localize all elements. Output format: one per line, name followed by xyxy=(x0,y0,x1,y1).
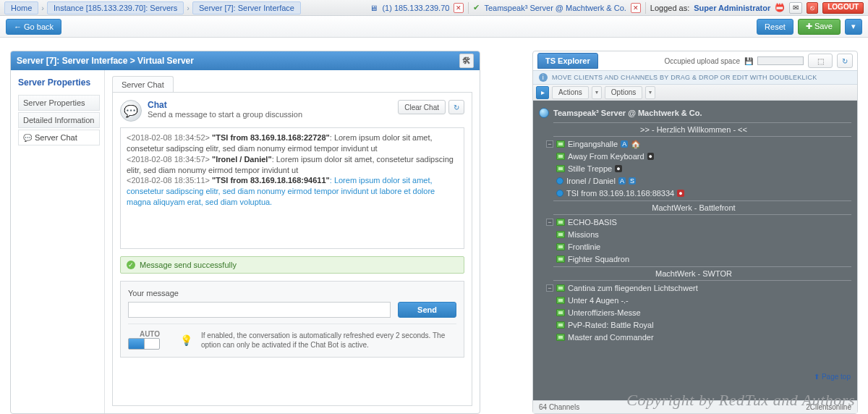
disk-icon: 💾 xyxy=(744,57,753,65)
idcard-icon: 📛 xyxy=(775,3,785,12)
logout-button[interactable]: LOGOUT xyxy=(822,2,864,14)
chevron-right-icon: › xyxy=(185,1,191,14)
actions-chevron-icon[interactable]: ▾ xyxy=(592,86,602,99)
clients-online: 2Clientsonline xyxy=(806,403,851,411)
tree-root-label: Teamspeak³ Server @ Machtwerk & Co. xyxy=(553,109,702,117)
collapse-icon[interactable]: − xyxy=(546,140,553,148)
options-dropdown[interactable]: Options xyxy=(605,86,642,99)
tree-channel-master[interactable]: Master and Commander xyxy=(556,331,851,343)
tree-channel-cantina[interactable]: − Cantina zum fliegenden Lichtschwert xyxy=(546,282,851,294)
clear-chat-button[interactable]: Clear Chat xyxy=(398,100,446,114)
upload-progress xyxy=(757,56,804,65)
collapse-icon[interactable]: − xyxy=(546,284,553,292)
up-arrow-icon: ⬆ xyxy=(814,373,820,381)
chat-ts: <2018-02-08 18:35:11> xyxy=(127,176,210,185)
actions-dropdown[interactable]: Actions xyxy=(552,86,589,99)
chat-who: "Ironel / Daniel" xyxy=(212,155,272,164)
tree-channel-afk[interactable]: Away From Keyboard ● xyxy=(556,151,851,162)
options-chevron-icon[interactable]: ▾ xyxy=(645,86,655,99)
tree-channel-frontlinie[interactable]: Frontlinie xyxy=(556,241,851,253)
server-icon: 🖥 xyxy=(370,4,378,12)
channel-icon xyxy=(556,219,565,226)
tabbar: Server Chat xyxy=(112,76,472,93)
channel-icon xyxy=(556,231,565,238)
toolbar: ← Go back Reset ✚ Save ▾ xyxy=(0,16,868,38)
badge-mod: ● xyxy=(615,165,621,172)
tree-client-ironel[interactable]: Ironel / Daniel A S xyxy=(556,175,851,187)
mail-button[interactable]: ✉ xyxy=(789,2,802,14)
tree-root[interactable]: Teamspeak³ Server @ Machtwerk & Co. xyxy=(539,108,851,118)
channel-icon xyxy=(556,140,565,148)
spacer-welcome: >> - Herzlich Willkommen - << xyxy=(536,125,851,134)
save-button[interactable]: ✚ Save xyxy=(798,19,841,35)
info-text: MOVE CLIENTS AND CHANNELS BY DRAG & DROP… xyxy=(552,74,817,81)
tree-client-tsi[interactable]: TSI from 83.169.18.168:88334 ● xyxy=(556,187,851,199)
success-notice: ✓ Message send successfully xyxy=(120,256,464,274)
tree-channel-fighter[interactable]: Fighter Squadron xyxy=(556,253,851,265)
send-button[interactable]: Send xyxy=(398,302,456,318)
refresh-chat-button[interactable]: ↻ xyxy=(448,100,464,114)
breadcrumb-instance[interactable]: Instance [185.133.239.70]: Servers xyxy=(47,1,184,14)
user-icon xyxy=(556,190,563,197)
goback-button[interactable]: ← Go back xyxy=(6,19,61,35)
ts-refresh-button[interactable]: ↻ xyxy=(837,54,853,68)
logged-as-label: Logged as: xyxy=(650,4,689,12)
chat-log[interactable]: <2018-02-08 18:34:52> "TSI from 83.169.1… xyxy=(120,127,464,249)
channel-tree[interactable]: Teamspeak³ Server @ Machtwerk & Co. >> -… xyxy=(533,101,857,400)
channel-icon xyxy=(556,255,565,263)
page-top-link[interactable]: ⬆ Page top xyxy=(814,373,851,381)
channel-icon xyxy=(556,165,565,172)
breadcrumb-home[interactable]: Home xyxy=(4,1,38,14)
auto-label: AUTO xyxy=(128,330,171,338)
current-user[interactable]: Super Administrator xyxy=(694,4,770,12)
channel-icon xyxy=(556,153,565,160)
action-primary-button[interactable]: ▸ xyxy=(536,86,549,99)
channel-count: 64 Channels xyxy=(539,403,579,411)
auto-toggle[interactable] xyxy=(128,338,160,350)
tree-channel-echo[interactable]: − ECHO-BASIS xyxy=(546,216,851,228)
badge-a: A xyxy=(621,140,628,148)
chevron-right-icon: › xyxy=(40,1,46,14)
channel-icon xyxy=(556,321,565,329)
sidebar-item-detailed-info[interactable]: Detailed Information xyxy=(18,112,100,128)
upload-space-label: Occupied upload space xyxy=(664,57,740,65)
badge-red: ● xyxy=(677,190,684,197)
panel-ts-explorer: TS Explorer Occupied upload space 💾 ⬚ ↻ … xyxy=(532,51,858,414)
notice-text: Message send successfully xyxy=(140,261,237,269)
lightbulb-icon: 💡 xyxy=(180,334,192,346)
ts-explorer-tab[interactable]: TS Explorer xyxy=(537,53,598,69)
power-button[interactable]: ⎋ xyxy=(807,2,818,14)
tree-channel-pvp[interactable]: PvP-Rated: Battle Royal xyxy=(556,319,851,331)
badge-s: S xyxy=(629,177,636,185)
connection-label[interactable]: (1) 185.133.239.70 xyxy=(382,4,449,12)
close-ts-button[interactable]: ✕ xyxy=(631,3,641,13)
badge-mod: ● xyxy=(647,153,654,160)
collapse-icon[interactable]: − xyxy=(546,219,553,226)
tab-server-chat[interactable]: Server Chat xyxy=(112,76,174,92)
wrench-icon[interactable]: 🛠 xyxy=(459,54,474,68)
tree-channel-eingangshalle[interactable]: − Eingangshalle A 🏠 xyxy=(546,138,851,150)
toolbar-extra-button[interactable]: ▾ xyxy=(845,19,862,35)
tree-channel-unter4[interactable]: Unter 4 Augen -.- xyxy=(556,295,851,306)
info-icon: i xyxy=(539,73,548,82)
ts-server-link[interactable]: Teamspeak³ Server @ Machtwerk & Co. xyxy=(484,4,626,12)
channel-icon xyxy=(556,284,565,292)
close-connection-button[interactable]: ✕ xyxy=(454,3,464,13)
sidebar-item-server-chat[interactable]: 💬 Server Chat xyxy=(18,130,100,145)
ts-toolbar-button[interactable]: ⬚ xyxy=(808,54,833,68)
content: Server Chat 💬 Chat Send a message to sta… xyxy=(105,70,480,413)
main: Server [7]: Server Interface > Virtual S… xyxy=(0,38,868,414)
chat-icon: 💬 xyxy=(23,133,32,142)
globe-icon xyxy=(539,108,549,118)
tree-channel-unteroff[interactable]: Unteroffiziers-Messe xyxy=(556,307,851,318)
message-input[interactable] xyxy=(128,302,391,318)
panel-title: Server [7]: Server Interface > Virtual S… xyxy=(17,56,194,66)
reset-button[interactable]: Reset xyxy=(757,19,793,35)
tree-channel-missions[interactable]: Missions xyxy=(556,229,851,240)
badge-a: A xyxy=(618,177,626,185)
breadcrumb-server[interactable]: Server [7]: Server Interface xyxy=(192,1,301,14)
tree-channel-stille[interactable]: Stille Treppe ● xyxy=(556,163,851,174)
action-bar: ▸ Actions ▾ Options ▾ xyxy=(533,85,857,101)
sidebar-item-server-properties[interactable]: Server Properties xyxy=(18,95,100,111)
topbar-right: 🖥 (1) 185.133.239.70 ✕ ✔ Teamspeak³ Serv… xyxy=(370,2,864,14)
